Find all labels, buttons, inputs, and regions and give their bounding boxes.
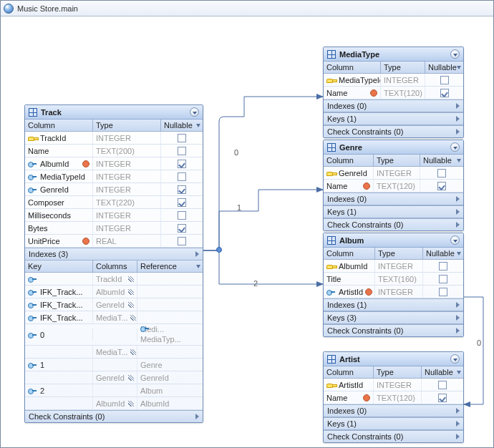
col-header-type[interactable]: Type	[93, 120, 161, 131]
key-row[interactable]: IFK_Track...AlbumId	[25, 286, 203, 298]
table-menu-button[interactable]	[450, 142, 460, 152]
table-header[interactable]: Artist	[324, 352, 463, 366]
drag-handle-icon[interactable]	[128, 302, 134, 308]
nullable-checkbox[interactable]	[440, 76, 449, 84]
section-check[interactable]: Check Constraints (0)	[324, 430, 463, 442]
drag-handle-icon[interactable]	[128, 289, 134, 295]
drag-handle-icon[interactable]	[128, 401, 134, 406]
column-row[interactable]: GenreIdINTEGER	[324, 167, 463, 180]
col-header-nullable[interactable]: Nullable	[420, 155, 463, 166]
table-track[interactable]: Track Column Type Nullable TrackIdINTEGE…	[24, 104, 203, 423]
col-header-nullable[interactable]: Nullable	[422, 366, 463, 378]
nullable-checkbox[interactable]	[178, 160, 186, 168]
col-header-reference[interactable]: Reference	[137, 260, 203, 272]
col-header-nullable[interactable]: Nullable	[423, 248, 463, 259]
table-artist[interactable]: Artist Column Type Nullable ArtistIdINTE…	[323, 351, 464, 443]
table-header[interactable]: MediaType	[324, 47, 463, 62]
section-keys[interactable]: Keys (1)	[324, 205, 463, 218]
col-header-column[interactable]: Column	[324, 155, 374, 166]
key-row[interactable]: 0 Medi...MediaTyp...	[25, 324, 203, 346]
column-row[interactable]: GenreIdINTEGER	[25, 183, 203, 196]
column-row[interactable]: MediaTypeIdINTEGER	[25, 170, 203, 183]
section-indexes[interactable]: Indexes (1)	[324, 298, 463, 311]
column-row[interactable]: ArtistIdINTEGER	[324, 286, 463, 298]
column-row[interactable]: NameTEXT(120)	[324, 391, 463, 404]
drag-handle-icon[interactable]	[128, 375, 134, 381]
section-indexes[interactable]: Indexes (0)	[324, 193, 463, 205]
col-header-column[interactable]: Column	[324, 248, 375, 259]
section-keys[interactable]: Keys (3)	[324, 311, 463, 324]
table-header[interactable]: Track	[25, 105, 203, 120]
column-row[interactable]: BytesINTEGER	[25, 222, 203, 235]
nullable-checkbox[interactable]	[440, 89, 449, 97]
column-row[interactable]: NameTEXT(120)	[324, 180, 463, 193]
table-album[interactable]: Album Column Type Nullable AlbumIdINTEGE…	[323, 233, 464, 337]
key-row[interactable]: TrackId	[25, 273, 203, 286]
column-row[interactable]: NameTEXT(120)	[324, 87, 463, 99]
column-row[interactable]: ArtistIdINTEGER	[324, 379, 463, 391]
section-indexes[interactable]: Indexes (0)	[324, 404, 463, 417]
col-header-nullable[interactable]: Nullable	[425, 62, 463, 73]
key-row[interactable]: 1Genre	[25, 359, 203, 371]
drag-handle-icon[interactable]	[128, 276, 134, 282]
section-indexes[interactable]: Indexes (0)	[324, 99, 463, 112]
key-row[interactable]: MediaT...	[25, 346, 203, 359]
key-row[interactable]: IFK_Track...GenreId	[25, 298, 203, 311]
table-header[interactable]: Genre	[324, 140, 463, 155]
nullable-checkbox[interactable]	[178, 185, 186, 194]
section-check[interactable]: Check Constraints (0)	[324, 125, 463, 137]
col-header-type[interactable]: Type	[374, 155, 420, 166]
column-row[interactable]: TrackIdINTEGER	[25, 132, 203, 145]
section-check[interactable]: Check Constraints (0)	[25, 410, 203, 422]
col-header-type[interactable]: Type	[381, 62, 425, 73]
column-row[interactable]: AlbumIdINTEGER	[324, 260, 463, 273]
column-row[interactable]: TitleTEXT(160)	[324, 273, 463, 286]
col-header-column[interactable]: Column	[25, 120, 93, 131]
col-header-columns[interactable]: Columns	[93, 260, 137, 272]
nullable-checkbox[interactable]	[437, 182, 446, 190]
section-keys[interactable]: Keys (1)	[324, 112, 463, 125]
section-check[interactable]: Check Constraints (0)	[324, 324, 463, 336]
section-indexes[interactable]: Indexes (3)	[25, 248, 203, 260]
nullable-checkbox[interactable]	[438, 394, 447, 402]
nullable-checkbox[interactable]	[178, 224, 186, 233]
table-mediatype[interactable]: MediaType Column Type Nullable MediaType…	[323, 47, 464, 138]
col-header-column[interactable]: Column	[324, 366, 374, 378]
col-header-key[interactable]: Key	[25, 260, 93, 272]
key-row[interactable]: AlbumIdAlbumId	[25, 397, 203, 410]
section-check[interactable]: Check Constraints (0)	[324, 218, 463, 230]
key-row[interactable]: GenreIdGenreId	[25, 371, 203, 384]
key-row[interactable]: 2Album	[25, 384, 203, 397]
nullable-checkbox[interactable]	[178, 134, 186, 142]
nullable-checkbox[interactable]	[439, 288, 447, 296]
nullable-checkbox[interactable]	[178, 198, 186, 207]
column-row[interactable]: MediaTypeIdINTEGER	[324, 74, 463, 87]
column-row[interactable]: NameTEXT(200)	[25, 145, 203, 157]
nullable-checkbox[interactable]	[178, 172, 186, 181]
nullable-checkbox[interactable]	[437, 169, 446, 177]
nullable-checkbox[interactable]	[439, 275, 447, 283]
table-menu-button[interactable]	[450, 235, 460, 245]
table-menu-button[interactable]	[190, 107, 199, 117]
table-menu-button[interactable]	[450, 49, 460, 59]
nullable-checkbox[interactable]	[178, 147, 186, 155]
table-header[interactable]: Album	[324, 233, 463, 248]
col-header-nullable[interactable]: Nullable	[161, 120, 203, 131]
column-row[interactable]: MillisecondsINTEGER	[25, 209, 203, 222]
drag-handle-icon[interactable]	[130, 349, 136, 355]
nullable-checkbox[interactable]	[438, 381, 447, 389]
col-header-type[interactable]: Type	[375, 248, 423, 259]
column-row[interactable]: UnitPriceREAL	[25, 235, 203, 248]
diagram-canvas[interactable]: 0 1 2 0 Track Column Type Nullable Track…	[1, 16, 493, 447]
nullable-checkbox[interactable]	[178, 211, 186, 220]
nullable-checkbox[interactable]	[439, 262, 447, 271]
table-menu-button[interactable]	[450, 354, 460, 364]
column-row[interactable]: AlbumIdINTEGER	[25, 157, 203, 170]
nullable-checkbox[interactable]	[178, 237, 186, 245]
drag-handle-icon[interactable]	[130, 315, 136, 321]
key-row[interactable]: IFK_Track...MediaT...	[25, 311, 203, 324]
table-genre[interactable]: Genre Column Type Nullable GenreIdINTEGE…	[323, 140, 464, 231]
titlebar[interactable]: Music Store.main	[1, 1, 493, 16]
col-header-column[interactable]: Column	[324, 62, 381, 73]
section-keys[interactable]: Keys (1)	[324, 417, 463, 430]
